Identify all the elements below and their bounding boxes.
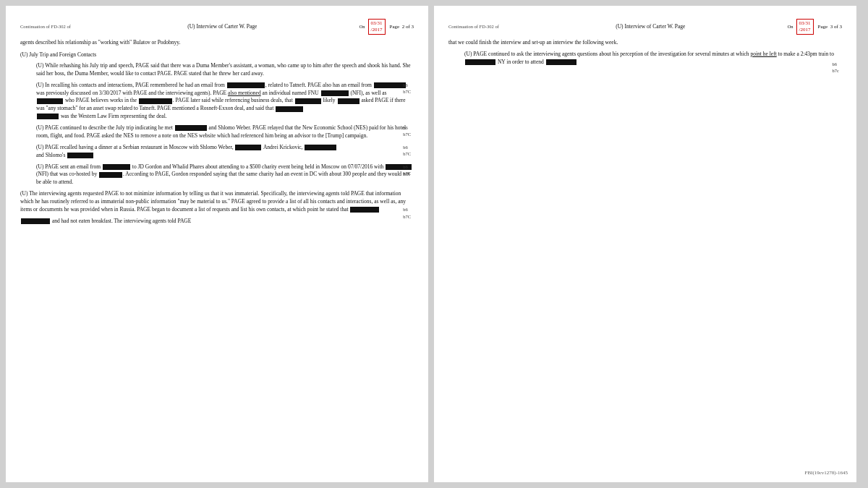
para-july-trip-row: (U) PAGE continued to describe the July …	[20, 124, 414, 140]
page-num-right: Page 3 of 3	[818, 23, 842, 30]
page-content-left: agents described his relationship as "wo…	[20, 39, 414, 226]
para-finish: that we could finish the interview and s…	[448, 39, 842, 47]
redacted-r2	[546, 59, 576, 65]
para-train: (U) PAGE continued to ask the interviewi…	[448, 51, 842, 67]
redacted-12	[305, 145, 336, 150]
page-num-value-right: 3 of 3	[830, 24, 842, 30]
para-breakfast: and had not eaten breakfast. The intervi…	[20, 218, 414, 226]
page-left: Continuation of FD-302 of (U) Interview …	[6, 6, 428, 482]
codes-train: b6b7c	[833, 61, 839, 74]
para-dinner: (U) PAGE recalled having a dinner at a S…	[20, 144, 414, 160]
continuation-label-left: Continuation of FD-302 of	[20, 23, 85, 30]
redacted-8	[276, 106, 303, 112]
para-email: (U) PAGE sent an email from to JD Gordon…	[20, 163, 414, 187]
redacted-r1	[465, 59, 495, 65]
redacted-4	[37, 98, 63, 104]
para-contacts-row: (U) In recalling his contacts and intera…	[20, 82, 414, 121]
para-email-row: (U) PAGE sent an email from to JD Gordon…	[20, 163, 414, 187]
para-1: agents described his relationship as "wo…	[20, 39, 414, 47]
redacted-17	[350, 207, 379, 213]
page-content-right: that we could finish the interview and s…	[448, 39, 842, 67]
header-title-right: (U) Interview of Carter W. Page	[514, 23, 788, 31]
page-right: Continuation of FD-302 of (U) Interview …	[434, 6, 856, 482]
redacted-3	[321, 90, 349, 96]
codes-agents: b6b7C	[403, 206, 411, 220]
redacted-7	[338, 98, 359, 104]
redacted-6	[295, 98, 321, 104]
page-num-value-left: 2 of 3	[402, 24, 414, 30]
redacted-5	[139, 98, 172, 104]
date-box-left: 03/31 /2017	[368, 19, 386, 35]
para-dinner-row: (U) PAGE recalled having a dinner at a S…	[20, 144, 414, 160]
redacted-16	[99, 172, 122, 178]
redacted-1	[227, 82, 265, 88]
para-train-row: (U) PAGE continued to ask the interviewi…	[448, 51, 842, 67]
page-header-right: Continuation of FD-302 of (U) Interview …	[448, 19, 842, 35]
redacted-18	[21, 218, 50, 224]
para-contacts: (U) In recalling his contacts and intera…	[20, 82, 414, 121]
para-july-trip: (U) PAGE continued to describe the July …	[20, 124, 414, 140]
redacted-10	[175, 125, 207, 131]
on-label-left: On	[359, 23, 365, 30]
date-box-right: 03/31 /2017	[796, 19, 814, 35]
codes-email: b6b7C	[403, 163, 411, 177]
page-num-left: Page 2 of 3	[390, 23, 414, 30]
codes-dinner: b6b7C	[403, 144, 411, 158]
codes-july-trip: b6b7C	[403, 124, 411, 138]
section-july: (U) July Trip and Foreign Contacts	[20, 51, 414, 59]
header-title-left: (U) Interview of Carter W. Page	[85, 23, 359, 31]
redacted-9	[37, 114, 59, 119]
para-agents-row: (U) The interviewing agents requested PA…	[20, 190, 414, 214]
codes-contacts: b6b7C	[403, 82, 411, 95]
redacted-11	[235, 145, 261, 150]
para-agents: (U) The interviewing agents requested PA…	[20, 190, 414, 214]
para-july-1: (U) While rehashing his July trip and sp…	[20, 62, 414, 78]
footer-fbi: FBI(19cv1278)-1645	[805, 469, 848, 476]
continuation-label-right: Continuation of FD-302 of	[448, 23, 514, 30]
redacted-14	[103, 164, 130, 170]
on-label-right: On	[788, 23, 793, 30]
redacted-2	[374, 82, 406, 88]
page-header-left: Continuation of FD-302 of (U) Interview …	[20, 19, 414, 35]
pages-container: Continuation of FD-302 of (U) Interview …	[0, 0, 868, 488]
redacted-13	[67, 153, 93, 158]
